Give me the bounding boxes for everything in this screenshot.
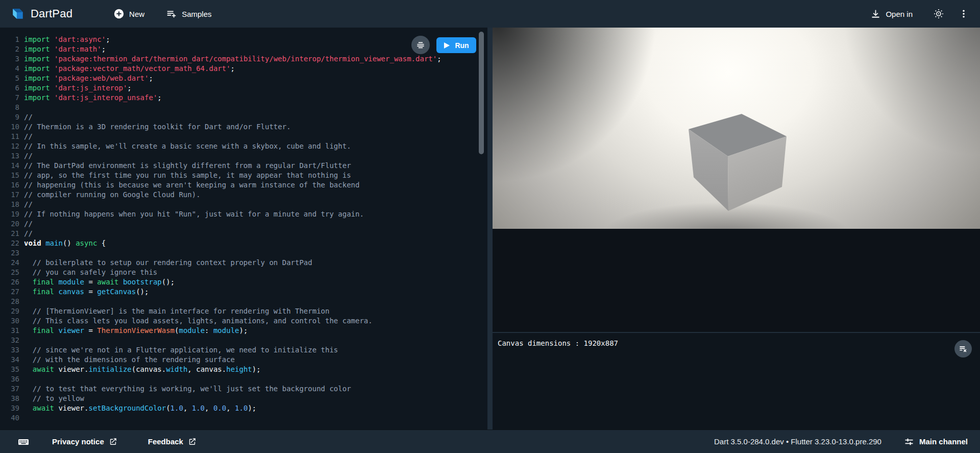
playlist-add-icon <box>166 8 177 19</box>
code-line[interactable]: 29 // [ThermionViewer] is the main inter… <box>0 306 487 316</box>
line-content: // Thermion is a 3D rendering toolkit fo… <box>24 122 291 132</box>
code-line[interactable]: 19// If nothing happens when you hit "Ru… <box>0 209 487 219</box>
line-number: 25 <box>0 268 19 277</box>
line-number: 35 <box>0 365 19 374</box>
clear-console-button[interactable] <box>954 340 972 357</box>
code-line[interactable]: 35 await viewer.initialize(canvas.width,… <box>0 365 487 374</box>
external-link-icon <box>188 437 197 446</box>
console-output: Canvas dimensions : 980x453 <box>498 339 618 347</box>
code-line[interactable]: 27 final canvas = getCanvas(); <box>0 287 487 297</box>
console-panel[interactable]: Canvas dimensions : 980x453 <box>493 333 980 430</box>
code-line[interactable]: 33 // since we're not in a Flutter appli… <box>0 345 487 355</box>
line-content: // <box>24 219 33 229</box>
code-lines[interactable]: 1import 'dart:async';2import 'dart:math'… <box>0 28 487 423</box>
line-number: 15 <box>0 171 19 180</box>
main-area: 1import 'dart:async';2import 'dart:math'… <box>0 28 980 430</box>
line-number: 11 <box>0 132 19 141</box>
code-line[interactable]: 3import 'package:thermion_dart/thermion_… <box>0 54 487 64</box>
open-in-label: Open in <box>886 10 913 18</box>
line-number: 38 <box>0 394 19 403</box>
line-number: 39 <box>0 403 19 413</box>
code-line[interactable]: 26 final module = await bootstrap(); <box>0 277 487 287</box>
panel-splitter[interactable] <box>487 28 493 430</box>
privacy-notice-link[interactable]: Privacy notice <box>52 437 117 446</box>
header: DartPad New Samples Open in <box>0 0 980 28</box>
samples-button[interactable]: Samples <box>166 8 211 19</box>
keyboard-shortcuts-button[interactable] <box>17 436 30 448</box>
code-line[interactable]: 15// app, so the first time you run this… <box>0 171 487 180</box>
code-line[interactable]: 28 <box>0 297 487 306</box>
keyboard-icon <box>17 436 30 448</box>
line-content: // happening (this is because we aren't … <box>24 180 359 190</box>
format-button[interactable] <box>411 36 430 54</box>
line-content: // <box>24 112 33 122</box>
tune-icon <box>904 437 914 447</box>
line-number: 9 <box>0 112 19 122</box>
app-title: DartPad <box>31 7 72 20</box>
code-line[interactable]: 13// <box>0 151 487 161</box>
line-content: // [ThermionViewer] is the main interfac… <box>24 306 329 316</box>
code-line[interactable]: 36 <box>0 374 487 384</box>
new-button[interactable]: New <box>113 8 144 19</box>
code-line[interactable]: 6import 'dart:js_interop'; <box>0 83 487 93</box>
new-button-label: New <box>129 10 144 18</box>
code-line[interactable]: 25 // you can safely ignore this <box>0 268 487 277</box>
code-line[interactable]: 31 final viewer = ThermionViewerWasm(mod… <box>0 326 487 336</box>
line-number: 28 <box>0 297 19 306</box>
code-line[interactable]: 22void main() async { <box>0 239 487 248</box>
line-content: final module = await bootstrap(); <box>24 277 175 287</box>
line-number: 19 <box>0 209 19 219</box>
code-line[interactable]: 10// Thermion is a 3D rendering toolkit … <box>0 122 487 132</box>
code-line[interactable]: 11// <box>0 132 487 141</box>
line-number: 33 <box>0 345 19 355</box>
code-line[interactable]: 16// happening (this is because we aren'… <box>0 180 487 190</box>
line-content: // In this sample, we'll create a basic … <box>24 141 351 151</box>
code-line[interactable]: 8 <box>0 103 487 112</box>
line-number: 14 <box>0 161 19 171</box>
line-number: 7 <box>0 93 19 103</box>
open-in-button[interactable]: Open in <box>870 9 913 19</box>
preview-empty-space <box>493 229 980 332</box>
code-line[interactable]: 7import 'dart:js_interop_unsafe'; <box>0 93 487 103</box>
line-content: import 'dart:js_interop_unsafe'; <box>24 93 162 103</box>
code-line[interactable]: 18// <box>0 200 487 209</box>
line-number: 40 <box>0 413 19 423</box>
code-line[interactable]: 40 <box>0 413 487 423</box>
code-line[interactable]: 14// The DartPad environment is slightly… <box>0 161 487 171</box>
code-line[interactable]: 32 <box>0 336 487 345</box>
code-line[interactable]: 37 // to test that everything is working… <box>0 384 487 394</box>
theme-toggle-button[interactable] <box>933 8 944 19</box>
code-line[interactable]: 34 // with the dimensions of the renderi… <box>0 355 487 365</box>
line-number: 23 <box>0 248 19 258</box>
code-line[interactable]: 12// In this sample, we'll create a basi… <box>0 141 487 151</box>
run-button[interactable]: Run <box>436 37 476 53</box>
overflow-menu-button[interactable] <box>959 8 969 19</box>
code-line[interactable]: 39 await viewer.setBackgroundColor(1.0, … <box>0 403 487 413</box>
code-line[interactable]: 30 // This class lets you load assets, l… <box>0 316 487 326</box>
line-number: 10 <box>0 122 19 132</box>
line-number: 29 <box>0 306 19 316</box>
line-content: await viewer.initialize(canvas.width, ca… <box>24 365 261 374</box>
code-line[interactable]: 9// <box>0 112 487 122</box>
line-content: final canvas = getCanvas(); <box>24 287 149 297</box>
channel-selector[interactable]: Main channel <box>904 437 968 447</box>
line-content: import 'package:thermion_dart/thermion_d… <box>24 54 442 64</box>
feedback-link[interactable]: Feedback <box>148 437 197 446</box>
render-canvas[interactable] <box>493 28 980 229</box>
line-number: 20 <box>0 219 19 229</box>
code-line[interactable]: 20// <box>0 219 487 229</box>
line-number: 8 <box>0 103 19 112</box>
code-line[interactable]: 21// <box>0 229 487 239</box>
header-right: Open in <box>870 8 969 19</box>
code-line[interactable]: 17// compiler running on Google Cloud Ru… <box>0 190 487 200</box>
line-number: 2 <box>0 44 19 54</box>
code-line[interactable]: 5import 'package:web/web.dart'; <box>0 74 487 83</box>
code-line[interactable]: 23 <box>0 248 487 258</box>
editor-scrollbar[interactable] <box>479 32 484 154</box>
line-content: import 'package:web/web.dart'; <box>24 74 153 83</box>
code-line[interactable]: 24 // boilerplate to setup our rendering… <box>0 258 487 268</box>
plus-circle-icon <box>113 8 125 19</box>
code-line[interactable]: 38 // to yellow <box>0 394 487 403</box>
line-content: await viewer.setBackgroundColor(1.0, 1.0… <box>24 403 256 413</box>
code-line[interactable]: 4import 'package:vector_math/vector_math… <box>0 64 487 74</box>
